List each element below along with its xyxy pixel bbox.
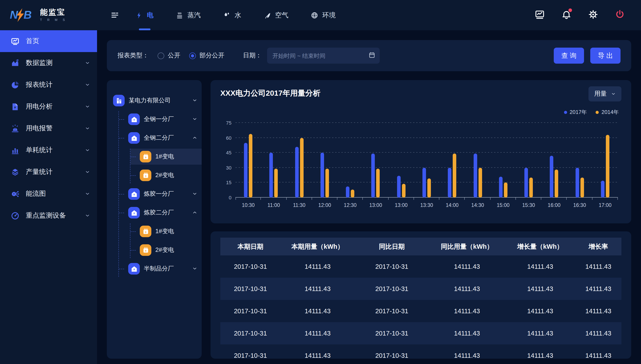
radio-公开[interactable]: 公开 — [158, 52, 180, 60]
table-cell: 2017-10-31 — [220, 308, 280, 314]
tree-node-label: 1#变电 — [155, 153, 174, 161]
bar-2014年 — [376, 169, 380, 198]
energy-flow-icon — [11, 189, 20, 198]
tab-蒸汽[interactable]: 蒸汽 — [176, 0, 201, 30]
bar-group-14:30: 14:30 — [465, 123, 490, 198]
x-tick-label: 14:00 — [446, 202, 459, 208]
monitor-button[interactable] — [534, 9, 545, 21]
table-cell: 14111.43 — [505, 352, 575, 359]
bar-group-15:00: 15:00 — [490, 123, 516, 198]
y-tick-label: 0 — [229, 195, 232, 200]
tab-空气[interactable]: 空气 — [264, 0, 288, 30]
chevron-down-icon — [85, 190, 90, 198]
tree-node-1#变电[interactable]: 1#变电 — [130, 224, 202, 240]
tab-环境[interactable]: 环境 — [311, 0, 336, 30]
x-tick-label: 15:30 — [522, 202, 535, 208]
legend-item-2014年[interactable]: 2014年 — [596, 108, 619, 116]
tree-node-全钢二分厂[interactable]: 全钢二分厂 — [119, 130, 202, 146]
tree-node-label: 某电力有限公司 — [129, 96, 171, 104]
x-tick-label: 11:00 — [268, 202, 280, 208]
bar-2017年 — [601, 181, 604, 198]
power-button[interactable] — [615, 9, 625, 21]
bar-2017年 — [244, 143, 248, 198]
bar-2014年 — [504, 183, 508, 198]
radio-label: 部分公开 — [200, 52, 224, 60]
brand-subtitle: T R M S — [40, 18, 67, 22]
sidebar-item-label: 单耗统计 — [26, 146, 52, 154]
date-range-input[interactable] — [267, 48, 380, 64]
query-button[interactable]: 查 询 — [554, 48, 584, 64]
house-bolt-icon — [128, 188, 140, 200]
chevron-down-icon — [85, 212, 90, 220]
meter-icon — [140, 244, 151, 256]
bar-2014年 — [606, 135, 610, 198]
notifications-button[interactable] — [561, 9, 572, 21]
sidebar-item-单耗统计[interactable]: 单耗统计 — [0, 139, 97, 161]
bar-group-11:30: 11:30 — [286, 123, 312, 198]
x-tick-label: 16:30 — [573, 202, 586, 208]
house-bolt-icon — [128, 132, 140, 144]
bar-group-16:30: 16:30 — [567, 123, 592, 198]
tab-水[interactable]: 水 — [223, 0, 241, 30]
calendar-icon[interactable] — [368, 52, 375, 60]
tab-label: 电 — [147, 11, 154, 19]
tree-node-1#变电[interactable]: 1#变电 — [130, 149, 202, 165]
device-tree-panel: 某电力有限公司全钢一分厂全钢二分厂1#变电2#变电炼胶一分厂炼胶二分厂1#变电2… — [107, 80, 202, 359]
legend-item-2017年[interactable]: 2017年 — [564, 108, 587, 116]
tree-node-2#变电[interactable]: 2#变电 — [130, 242, 202, 258]
table-cell: 2017-10-31 — [355, 263, 429, 270]
table-row: 2017-10-3114111.432017-10-3114111.431411… — [220, 344, 622, 359]
bar-2017年 — [320, 153, 324, 198]
table-header-cell: 同比用量（kWh） — [429, 242, 505, 251]
bar-2017年 — [397, 176, 400, 198]
legend-dot — [564, 111, 567, 114]
sidebar-item-label: 数据监测 — [26, 59, 52, 67]
brand-name: 能监宝 — [40, 9, 67, 17]
tree-node-半制品分厂[interactable]: 半制品分厂 — [119, 261, 202, 277]
table-cell: 14111.43 — [429, 330, 505, 337]
radio-部分公开[interactable]: 部分公开 — [189, 52, 224, 60]
sidebar-item-用电报警[interactable]: 用电报警 — [0, 118, 97, 139]
y-tick-label: 30 — [226, 165, 232, 170]
sidebar: 首页数据监测报表统计用电分析用电报警单耗统计产量统计能流图重点监测设备 — [0, 30, 97, 364]
table-header-cell: 增长率 — [575, 242, 622, 251]
bar-2014年 — [351, 190, 354, 198]
tab-label: 环境 — [322, 11, 336, 19]
sidebar-item-能流图[interactable]: 能流图 — [0, 183, 97, 205]
chart-legend: 2017年2014年 — [564, 108, 619, 116]
sidebar-item-首页[interactable]: 首页 — [0, 30, 97, 52]
sidebar-item-用电分析[interactable]: 用电分析 — [0, 96, 97, 118]
legend-dot — [596, 111, 599, 114]
table-cell: 2017-10-31 — [220, 330, 280, 337]
tab-label: 蒸汽 — [188, 11, 201, 19]
chevron-down-icon — [192, 191, 197, 197]
unit-selector-dropdown[interactable]: 用量 — [588, 86, 622, 102]
sidebar-item-产量统计[interactable]: 产量统计 — [0, 161, 97, 183]
sidebar-item-报表统计[interactable]: 报表统计 — [0, 74, 97, 96]
table-cell: 2017-10-31 — [355, 352, 429, 359]
house-bolt-icon — [128, 263, 140, 274]
y-tick-label: 45 — [226, 150, 232, 155]
sidebar-item-label: 重点监测设备 — [26, 211, 66, 220]
tree-node-炼胶二分厂[interactable]: 炼胶二分厂 — [119, 205, 202, 221]
table-cell: 2017-10-31 — [220, 285, 280, 292]
tab-label: 空气 — [275, 11, 288, 19]
tree-node-全钢一分厂[interactable]: 全钢一分厂 — [119, 111, 202, 127]
tree-node-2#变电[interactable]: 2#变电 — [130, 167, 202, 183]
chevron-up-icon — [192, 134, 197, 141]
collapse-menu-icon[interactable] — [110, 0, 119, 30]
table-header-cell: 本期用量（kWh） — [280, 242, 354, 251]
steam-icon — [176, 11, 184, 19]
bar-2014年 — [274, 169, 278, 198]
tab-电[interactable]: 电 — [135, 0, 154, 30]
sidebar-item-数据监测[interactable]: 数据监测 — [0, 52, 97, 74]
tree-node-某电力有限公司[interactable]: 某电力有限公司 — [113, 92, 202, 108]
sidebar-item-重点监测设备[interactable]: 重点监测设备 — [0, 205, 97, 226]
export-button[interactable]: 导 出 — [590, 48, 620, 64]
tree-node-label: 全钢二分厂 — [144, 134, 174, 142]
bar-group-15:30: 15:30 — [516, 123, 542, 198]
tree-node-label: 2#变电 — [155, 246, 174, 254]
tree-node-炼胶一分厂[interactable]: 炼胶一分厂 — [119, 186, 202, 202]
usage-table-card: 本期日期本期用量（kWh）同比日期同比用量（kWh）增长量（kWh）增长率 20… — [210, 232, 631, 359]
settings-button[interactable] — [588, 9, 598, 21]
